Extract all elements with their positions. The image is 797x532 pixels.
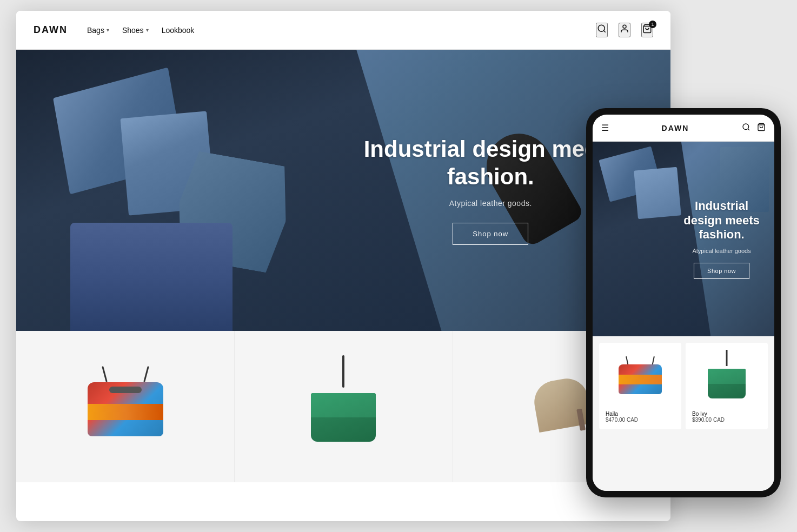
desktop-hero: Industrial design meets fashion. Atypica… xyxy=(16,50,670,331)
svg-line-1 xyxy=(603,30,605,32)
mobile-search-button[interactable] xyxy=(742,123,750,134)
mobile-product-img-haila xyxy=(606,349,675,407)
desktop-nav: DAWN Bags ▾ Shoes ▾ Lookbook xyxy=(16,11,670,50)
desktop-product-grid xyxy=(16,331,670,482)
mobile-product-name-boivy: Bo Ivy xyxy=(692,411,707,417)
mini-bag-colorful xyxy=(619,362,662,394)
product-image-haila xyxy=(88,377,163,436)
desktop-product-section xyxy=(16,331,670,482)
mobile-hero-subtitle: Atypical leather goods xyxy=(692,248,750,254)
search-icon xyxy=(597,24,607,34)
mobile-search-icon xyxy=(742,123,750,131)
product-card-haila[interactable] xyxy=(16,331,234,482)
desktop-browser: DAWN Bags ▾ Shoes ▾ Lookbook xyxy=(16,11,670,521)
handle-right xyxy=(143,366,149,382)
desktop-logo: DAWN xyxy=(34,24,68,36)
mobile-product-price-boivy: $390.00 CAD xyxy=(692,417,725,423)
nav-bags[interactable]: Bags ▾ xyxy=(87,26,109,35)
mobile-hero-title: Industrial design meets fashion. xyxy=(678,199,766,242)
svg-point-4 xyxy=(743,124,749,130)
mobile-screen: ☰ DAWN xyxy=(593,115,774,491)
bag-flap xyxy=(311,393,376,417)
mobile-product-img-boivy xyxy=(692,349,761,407)
mobile-device: ☰ DAWN xyxy=(586,108,781,497)
bag-stripe xyxy=(88,404,163,420)
mobile-menu-button[interactable]: ☰ xyxy=(601,123,609,133)
nav-actions: 1 xyxy=(596,23,653,37)
bag-body xyxy=(88,382,163,436)
shoe-body xyxy=(531,375,593,433)
nav-links: Bags ▾ Shoes ▾ Lookbook xyxy=(87,26,596,35)
search-button[interactable] xyxy=(596,23,608,37)
mobile-cart-button[interactable] xyxy=(757,123,766,134)
bag-body xyxy=(311,393,376,442)
hero-subtitle: Atypical leather goods. xyxy=(449,199,532,208)
product-card-boivy[interactable] xyxy=(234,331,452,482)
bags-chevron-icon: ▾ xyxy=(107,27,109,33)
svg-point-2 xyxy=(623,25,626,28)
mini-bag-body xyxy=(619,364,662,394)
account-button[interactable] xyxy=(619,23,630,37)
shoe-heel xyxy=(576,409,586,431)
cart-count: 1 xyxy=(649,21,656,28)
cart-button[interactable]: 1 xyxy=(641,23,653,37)
mini-bag-green xyxy=(708,358,746,398)
handle-left xyxy=(102,366,108,382)
mini-bag-flap xyxy=(708,369,746,384)
mobile-hero: Industrial design meets fashion. Atypica… xyxy=(593,142,774,336)
svg-line-5 xyxy=(748,129,749,130)
mobile-product-card-haila[interactable]: Haila $470.00 CAD xyxy=(599,343,681,429)
mobile-nav: ☰ DAWN xyxy=(593,115,774,142)
svg-point-0 xyxy=(598,25,605,31)
mobile-logo: DAWN xyxy=(609,124,742,132)
nav-shoes[interactable]: Shoes ▾ xyxy=(122,26,149,35)
bag-handle xyxy=(342,355,344,388)
hero-jeans xyxy=(70,223,233,331)
hero-shop-now-button[interactable]: Shop now xyxy=(453,223,528,245)
mobile-product-section: Haila $470.00 CAD xyxy=(593,336,774,491)
mini-bag-handle xyxy=(726,350,728,366)
shoes-chevron-icon: ▾ xyxy=(146,27,149,33)
product-image-boivy xyxy=(311,371,376,442)
mobile-product-grid: Haila $470.00 CAD xyxy=(599,343,768,429)
mobile-product-card-boivy[interactable]: Bo Ivy $390.00 CAD xyxy=(686,343,768,429)
mini-bag-stripe xyxy=(619,375,662,384)
mobile-nav-icons xyxy=(742,123,766,134)
bag-clasp xyxy=(109,387,142,393)
account-icon xyxy=(620,24,629,34)
mobile-cart-icon xyxy=(757,123,766,131)
mobile-shop-now-button[interactable]: Shop now xyxy=(694,263,749,279)
mobile-hero-content: Industrial design meets fashion. Atypica… xyxy=(669,142,774,336)
mobile-product-name-haila: Haila xyxy=(606,411,618,417)
mobile-product-price-haila: $470.00 CAD xyxy=(606,417,638,423)
nav-lookbook[interactable]: Lookbook xyxy=(162,26,195,35)
mini-bag-green-body xyxy=(708,369,746,398)
